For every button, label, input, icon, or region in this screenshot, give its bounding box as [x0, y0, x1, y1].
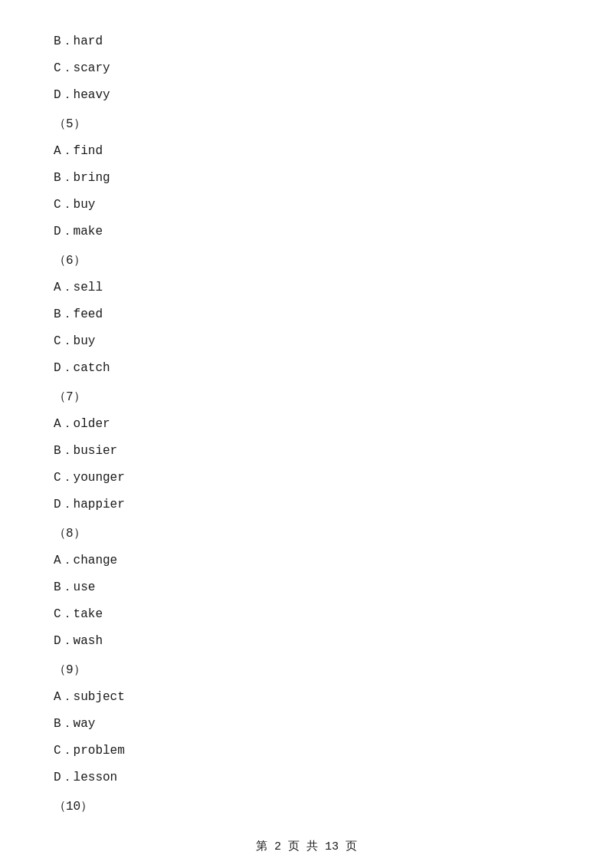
option-d6-catch: D．catch	[54, 357, 559, 380]
option-a7-older: A．older	[54, 413, 559, 436]
option-d8-wash: D．wash	[54, 630, 559, 653]
option-a8-change: A．change	[54, 550, 559, 572]
section-9: （9）	[54, 659, 559, 682]
option-b6-feed: B．feed	[54, 304, 559, 326]
section-10: （10）	[54, 796, 559, 818]
option-d9-lesson: D．lesson	[54, 767, 559, 789]
option-c9-problem: C．problem	[54, 740, 559, 762]
option-c7-younger: C．younger	[54, 467, 559, 489]
option-b7-busier: B．busier	[54, 440, 559, 462]
option-c8-take: C．take	[54, 603, 559, 626]
option-b5-bring: B．bring	[54, 167, 559, 189]
option-a5-find: A．find	[54, 140, 559, 163]
option-d-heavy: D．heavy	[54, 84, 559, 107]
option-d5-make: D．make	[54, 221, 559, 243]
option-c5-buy: C．buy	[54, 194, 559, 216]
option-a6-sell: A．sell	[54, 277, 559, 299]
option-b8-use: B．use	[54, 577, 559, 599]
option-b-hard: B．hard	[54, 31, 559, 53]
option-c6-buy: C．buy	[54, 330, 559, 353]
option-c-scary: C．scary	[54, 58, 559, 80]
option-a9-subject: A．subject	[54, 686, 559, 709]
section-7: （7）	[54, 386, 559, 409]
option-b9-way: B．way	[54, 713, 559, 735]
option-d7-happier: D．happier	[54, 494, 559, 516]
page-footer: 第 2 页 共 13 页	[0, 839, 613, 853]
section-8: （8）	[54, 523, 559, 545]
section-6: （6）	[54, 250, 559, 272]
section-5: （5）	[54, 113, 559, 136]
main-content: B．hard C．scary D．heavy （5） A．find B．brin…	[0, 0, 613, 868]
